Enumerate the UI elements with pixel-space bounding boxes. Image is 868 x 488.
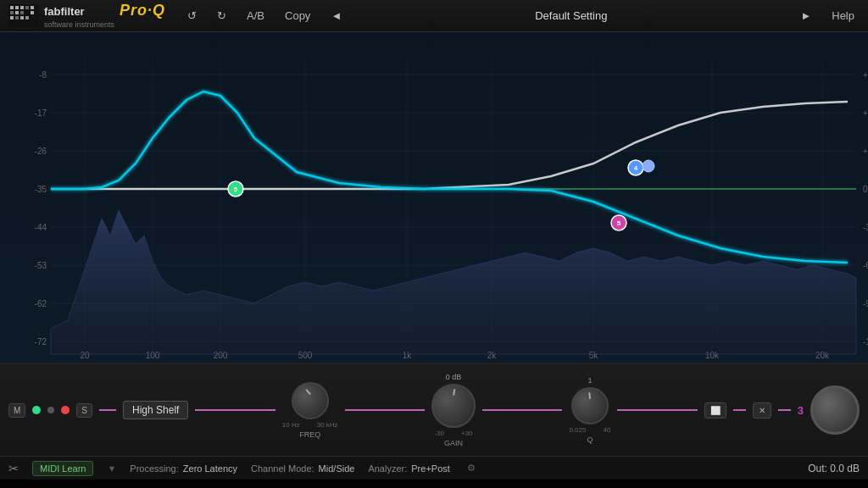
svg-rect-12: [25, 16, 29, 19]
midi-learn-button[interactable]: MIDI Learn: [32, 461, 93, 476]
freq-knob[interactable]: [292, 382, 329, 419]
out-level-display: Out: 0.0 dB: [808, 463, 860, 474]
ab-button[interactable]: A/B: [242, 8, 270, 24]
gain-center-label: 0 dB: [446, 373, 462, 381]
freq-range: 10 Hz 30 kHz: [282, 421, 338, 429]
svg-rect-6: [20, 11, 24, 14]
top-bar: fabfilter software instruments Pro·Q ↺ ↻…: [0, 0, 868, 32]
q-knob[interactable]: [571, 387, 609, 424]
svg-rect-10: [25, 6, 29, 9]
svg-rect-4: [10, 11, 14, 14]
svg-rect-13: [31, 6, 34, 9]
svg-rect-7: [10, 16, 14, 19]
analyzer-settings-icon[interactable]: ⚙: [467, 463, 476, 474]
midi-learn-arrow[interactable]: ▼: [107, 463, 116, 474]
gain-range: -30 +30: [434, 430, 472, 437]
svg-rect-8: [15, 16, 19, 19]
svg-text:4: 4: [634, 164, 638, 172]
svg-rect-2: [15, 6, 19, 9]
svg-rect-5: [15, 11, 19, 14]
band-number: 3: [798, 404, 804, 417]
analyzer-value: Pre+Post: [411, 463, 450, 474]
purple-line-5: [617, 409, 697, 411]
remove-band-button[interactable]: ✕: [753, 402, 771, 419]
purple-line-6: [733, 409, 746, 411]
svg-point-62: [643, 160, 654, 172]
preset-name: Default Setting: [535, 9, 607, 22]
fabfilter-logo-icon: [8, 4, 39, 28]
analyzer-label: Analyzer:: [368, 463, 407, 474]
q-range: 0.025 40: [569, 426, 610, 434]
bypass-button[interactable]: ⬜: [704, 402, 726, 419]
eq-curve: 5 4 5: [0, 32, 868, 363]
brand-name: fabfilter software instruments: [44, 5, 114, 30]
purple-line-1: [99, 409, 116, 411]
svg-rect-11: [31, 11, 34, 14]
freq-knob-container: 10 Hz 30 kHz FREQ: [282, 382, 338, 439]
output-knob-area: [810, 385, 860, 435]
logo-text-block: fabfilter software instruments Pro·Q: [44, 2, 165, 30]
status-bar: ✂ MIDI Learn ▼ Processing: Zero Latency …: [0, 456, 868, 480]
svg-text:5: 5: [617, 219, 621, 227]
preset-area: Default Setting: [357, 9, 785, 22]
svg-rect-1: [10, 6, 14, 9]
channel-value: Mid/Side: [319, 463, 355, 474]
product-name: Pro·Q: [120, 2, 165, 19]
channel-mode-status: Channel Mode: Mid/Side: [251, 463, 354, 474]
svg-rect-3: [20, 6, 24, 9]
freq-label: FREQ: [299, 430, 320, 439]
q-knob-container: 1 0.025 40 Q: [569, 376, 610, 444]
preset-next-button[interactable]: ►: [795, 8, 816, 24]
processing-status: Processing: Zero Latency: [130, 463, 237, 474]
logo-area: fabfilter software instruments Pro·Q: [8, 2, 165, 30]
link-dot-1[interactable]: [32, 406, 41, 414]
eq-display: Spectrum 12 dB -8 -17: [0, 32, 868, 363]
preset-prev-button[interactable]: ◄: [326, 8, 347, 24]
purple-line-7: [778, 409, 791, 411]
processing-label: Processing:: [130, 463, 178, 474]
help-button[interactable]: Help: [826, 8, 860, 24]
output-knob[interactable]: [810, 385, 860, 435]
bottom-strip: M S High Shelf 10 Hz 30 kHz FREQ 0 dB -3…: [0, 363, 868, 456]
link-icon[interactable]: [47, 407, 54, 413]
gain-knob[interactable]: [431, 384, 476, 428]
filter-type-display[interactable]: High Shelf: [123, 401, 188, 419]
redo-button[interactable]: ↻: [212, 8, 231, 24]
svg-text:5: 5: [234, 186, 238, 193]
purple-line-4: [482, 409, 562, 411]
top-controls: ↺ ↻ A/B Copy ◄ Default Setting ► Help: [182, 8, 860, 24]
gain-knob-container: 0 dB -30 +30 GAIN: [431, 373, 476, 447]
purple-line-3: [345, 409, 425, 411]
purple-line-2: [195, 409, 275, 411]
scissors-icon[interactable]: ✂: [8, 462, 19, 475]
undo-button[interactable]: ↺: [182, 8, 202, 24]
gain-label: GAIN: [444, 439, 463, 447]
analyzer-status: Analyzer: Pre+Post: [368, 463, 449, 474]
channel-label: Channel Mode:: [251, 463, 314, 474]
q-center-label: 1: [587, 376, 592, 385]
copy-button[interactable]: Copy: [280, 8, 315, 24]
q-label: Q: [587, 435, 593, 444]
svg-rect-9: [20, 16, 24, 19]
s-button[interactable]: S: [76, 403, 92, 418]
processing-value: Zero Latency: [183, 463, 237, 474]
s-dot[interactable]: [61, 406, 70, 414]
m-button[interactable]: M: [8, 403, 25, 418]
